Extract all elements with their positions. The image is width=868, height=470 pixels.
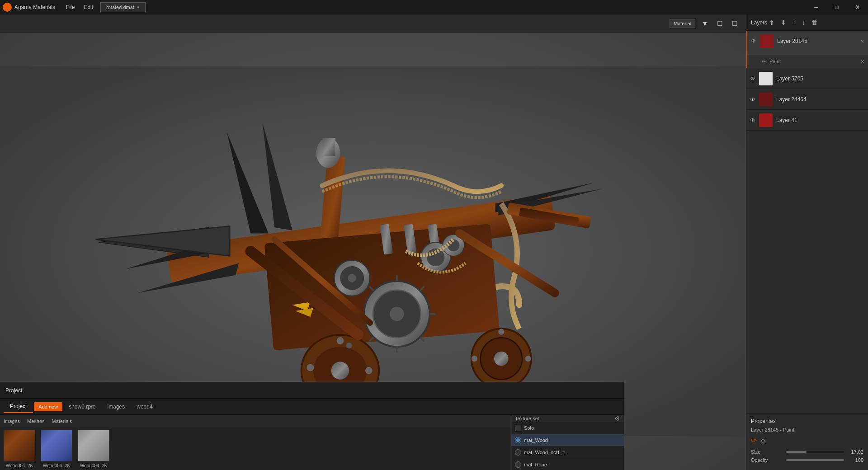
window-controls: ─ □ ✕ [806,0,868,14]
layers-load-icon[interactable]: ⬇ [779,18,788,27]
tab-bar: rotated.dmat ● [100,2,146,12]
meshes-section-label: Meshes [27,418,45,424]
layer-24464-name: Layer 24464 [776,96,864,103]
size-label: Size [751,449,783,455]
layer-28145-main-row: 👁 Layer 28145 ✕ [747,31,868,52]
viewport-icon-1[interactable]: ☐ [714,19,726,28]
app-icon [3,3,12,12]
project-title: Project [5,387,22,394]
layer-28145-sublabel: Paint [769,59,781,64]
layer-28145-visibility-icon[interactable]: 👁 [751,38,756,44]
texture-item-mat-wood[interactable]: mat_Wood [511,434,624,446]
texture-set-panel: Texture set ⚙ Solo mat_Wood mat_Wood_ncl… [511,415,624,470]
bottom-panel: Project Project Add new show0.rpro image… [0,382,624,470]
layers-save-icon[interactable]: ⬆ [767,18,776,27]
layers-up-icon[interactable]: ↑ [791,18,797,27]
thumb-label-2: Wood004_2K [43,463,70,468]
layer-5705-visibility-icon[interactable]: 👁 [750,75,755,82]
layers-tools: ⬆ ⬇ ↑ ↓ 🗑 [767,18,819,27]
properties-section: Properties Layer 28145 - Paint ✏ ◇ Size … [746,413,868,470]
tab-close-icon[interactable]: ● [137,5,140,9]
thumbnail-wood1[interactable]: Wood004_2K [4,430,35,468]
bottom-content: Images Meshes Materials Wood004_2K Wood0… [0,415,624,470]
tab-show0[interactable]: show0.rpro [63,401,101,413]
svg-point-27 [348,274,356,282]
solo-checkbox[interactable] [515,425,521,431]
main-tab[interactable]: rotated.dmat ● [100,2,146,12]
svg-rect-12 [322,138,335,156]
layer-41-visibility-icon[interactable]: 👁 [750,117,755,123]
svg-point-16 [390,307,404,321]
texture-name-mat-wood-ncl: mat_Wood_ncl1_1 [524,450,566,455]
bottom-tabs: Project Add new show0.rpro images wood4 [0,399,624,415]
texture-set-gear-icon[interactable]: ⚙ [614,415,620,422]
tab-project[interactable]: Project [4,400,33,413]
radio-mat-wood-ncl [515,449,521,456]
svg-point-34 [525,356,531,362]
images-section-label: Images [4,418,20,424]
layer-28145-thumb [760,34,774,48]
menu-file[interactable]: File [62,2,78,12]
brush-tool-icon[interactable]: ✏ [751,436,757,445]
close-button[interactable]: ✕ [847,0,868,14]
svg-point-38 [336,337,344,344]
bottom-project-header: Project [0,382,624,399]
paint-brush-icon: ✏ [762,59,766,65]
material-dropdown-icon[interactable]: ▼ [699,19,711,28]
layers-down-icon[interactable]: ↓ [800,18,807,27]
materials-section-label: Materials [52,418,72,424]
layer-28145-sub-row: ✏ Paint ✕ [747,55,868,68]
size-value: 17.02 [848,449,863,455]
radio-mat-rope [515,461,521,468]
opacity-value: 100 [848,457,863,463]
menu-edit[interactable]: Edit [80,2,97,12]
project-section-header: Images Meshes Materials [0,415,511,428]
properties-tools: ✏ ◇ [751,436,863,445]
svg-point-40 [307,364,314,371]
texture-item-mat-wood-ncl[interactable]: mat_Wood_ncl1_1 [511,446,624,459]
viewport-topbar: Material ▼ ☐ ☐ [0,14,746,33]
layer-24464-visibility-icon[interactable]: 👁 [750,96,755,103]
viewport-icon-2[interactable]: ☐ [729,19,741,28]
titlebar: Agama Materials File Edit rotated.dmat ●… [0,0,868,14]
project-section: Images Meshes Materials Wood004_2K Wood0… [0,415,511,470]
tab-wood4[interactable]: wood4 [131,401,158,413]
texture-name-mat-rope: mat_Rope [524,462,547,467]
eraser-tool-icon[interactable]: ◇ [760,437,766,445]
maximize-button[interactable]: □ [826,0,847,14]
tab-add-new[interactable]: Add new [34,402,62,411]
layer-item-41[interactable]: 👁 Layer 41 [746,110,868,131]
layer-24464-thumb [759,93,773,106]
thumbnail-wood3[interactable]: Wood004_2K [78,430,109,468]
properties-title: Properties [751,418,863,424]
opacity-slider[interactable] [786,459,844,461]
right-panel: Layers ⬆ ⬇ ↑ ↓ 🗑 👁 Layer 28145 ✕ ✏ [746,14,868,470]
layer-item-24464[interactable]: 👁 Layer 24464 [746,89,868,110]
svg-point-31 [498,329,504,335]
solo-label: Solo [524,425,534,431]
layers-header: Layers ⬆ ⬇ ↑ ↓ 🗑 [746,14,868,31]
layer-28145-sub-close-icon[interactable]: ✕ [860,59,864,65]
layers-delete-icon[interactable]: 🗑 [810,18,819,27]
svg-point-42 [346,343,352,348]
minimize-button[interactable]: ─ [806,0,826,14]
layer-41-name: Layer 41 [776,117,864,123]
layer-item-28145[interactable]: 👁 Layer 28145 ✕ ✏ Paint ✕ [746,31,868,68]
tab-images[interactable]: images [102,401,131,413]
main-layout: Material ▼ ☐ ☐ [0,14,868,470]
thumb-img-blue1 [41,430,72,461]
size-slider[interactable] [786,451,844,453]
texture-set-controls: Solo [511,422,624,434]
layer-5705-thumb [759,72,773,85]
radio-mat-wood [515,437,521,443]
properties-subtitle: Layer 28145 - Paint [751,427,863,432]
layers-title: Layers [751,19,767,26]
layer-28145-close-icon[interactable]: ✕ [860,38,864,44]
layer-item-5705[interactable]: 👁 Layer 5705 [746,68,868,89]
svg-point-33 [472,356,477,362]
thumb-img-gray1 [78,430,109,461]
texture-item-mat-rope[interactable]: mat_Rope [511,459,624,470]
thumbnail-wood2[interactable]: Wood004_2K [41,430,72,468]
thumbnails-area: Wood004_2K Wood004_2K Wood004_2K [0,428,511,470]
layers-list: 👁 Layer 28145 ✕ ✏ Paint ✕ 👁 Layer 5705 [746,31,868,413]
